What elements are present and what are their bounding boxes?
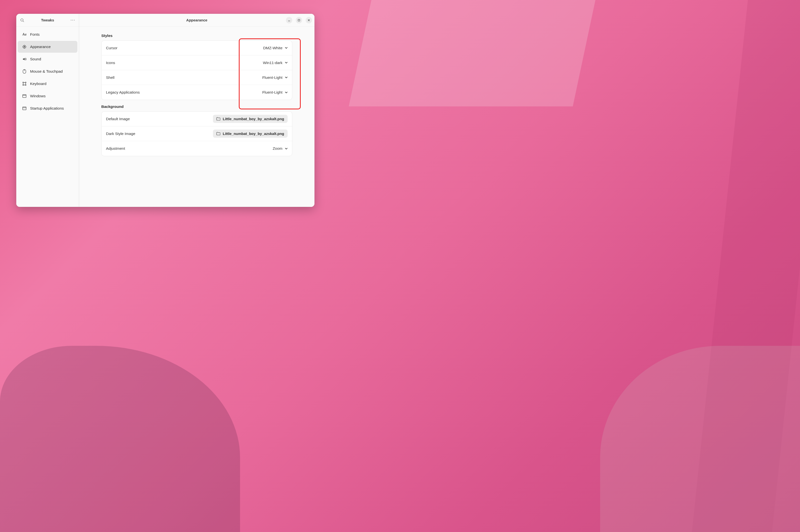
styles-group: Cursor DMZ-White Icons Win11-dark Shell (101, 40, 292, 100)
sidebar-item-label: Appearance (30, 44, 51, 49)
window-controls (286, 17, 312, 23)
file-name: Little_numbat_boy_by_azskalt.png (223, 132, 284, 136)
app-title: Tweaks (26, 18, 70, 22)
sidebar-item-fonts[interactable]: Aa Fonts (18, 28, 77, 40)
svg-line-1 (23, 21, 24, 22)
row-label: Dark Style Image (106, 132, 135, 136)
svg-rect-19 (298, 19, 300, 21)
row-adjustment: Adjustment Zoom (101, 141, 292, 156)
dropdown-value: Fluent-Light (262, 90, 282, 95)
content-pane: Appearance Styles Cursor (79, 14, 315, 207)
minimize-icon (288, 19, 290, 21)
dark-image-picker[interactable]: Little_numbat_boy_by_azskalt.png (213, 130, 287, 138)
sidebar-item-label: Windows (30, 94, 45, 98)
sidebar-item-label: Sound (30, 57, 41, 61)
row-default-image: Default Image Little_numbat_boy_by_azska… (101, 112, 292, 126)
maximize-icon (298, 19, 300, 21)
search-button[interactable] (19, 17, 26, 24)
fonts-icon: Aa (22, 32, 26, 37)
row-cursor: Cursor DMZ-White (101, 41, 292, 55)
svg-rect-16 (23, 107, 26, 110)
svg-point-12 (23, 84, 24, 86)
search-icon (20, 18, 24, 22)
wallpaper-shape (349, 0, 595, 107)
minimize-button[interactable] (286, 17, 292, 23)
dropdown-value: Fluent-Light (262, 75, 282, 80)
file-name: Little_numbat_boy_by_azskalt.png (223, 117, 284, 121)
close-button[interactable] (305, 17, 312, 23)
svg-point-0 (21, 19, 23, 21)
chevron-down-icon (285, 47, 287, 49)
sidebar-item-sound[interactable]: Sound (18, 53, 77, 65)
dots-icon: ··· (71, 18, 75, 22)
keyboard-icon (22, 81, 26, 86)
page-title: Appearance (186, 18, 207, 22)
default-image-picker[interactable]: Little_numbat_boy_by_azskalt.png (213, 115, 287, 123)
dropdown-value: Zoom (273, 146, 282, 151)
legacy-apps-dropdown[interactable]: Fluent-Light (262, 90, 287, 95)
row-label: Shell (106, 75, 114, 80)
wallpaper-shape (0, 346, 240, 532)
sound-icon (22, 57, 26, 61)
sidebar: Tweaks ··· Aa Fonts Appearance Sound (16, 14, 79, 207)
chevron-down-icon (285, 77, 287, 78)
appearance-icon (22, 44, 26, 49)
startup-apps-icon (22, 106, 26, 111)
svg-point-11 (25, 82, 26, 83)
chevron-down-icon (285, 92, 287, 93)
row-label: Legacy Applications (106, 90, 140, 95)
chevron-down-icon (285, 62, 287, 63)
sidebar-item-windows[interactable]: Windows (18, 90, 77, 102)
maximize-button[interactable] (296, 17, 302, 23)
row-shell: Shell Fluent-Light (101, 70, 292, 85)
row-legacy-applications: Legacy Applications Fluent-Light (101, 85, 292, 100)
more-button[interactable]: ··· (70, 17, 76, 24)
tweaks-window: Tweaks ··· Aa Fonts Appearance Sound (16, 14, 315, 207)
svg-point-10 (23, 82, 24, 83)
sidebar-nav: Aa Fonts Appearance Sound Mouse & Touch (16, 26, 79, 116)
close-icon (308, 19, 310, 21)
dropdown-value: DMZ-White (263, 46, 282, 50)
section-heading-styles: Styles (101, 34, 292, 38)
sidebar-item-startup-apps[interactable]: Startup Applications (18, 102, 77, 114)
row-icons: Icons Win11-dark (101, 55, 292, 70)
sidebar-header: Tweaks ··· (16, 14, 79, 26)
sidebar-item-mouse-touchpad[interactable]: Mouse & Touchpad (18, 65, 77, 77)
row-label: Default Image (106, 117, 130, 121)
sidebar-item-label: Keyboard (30, 81, 46, 86)
row-label: Cursor (106, 46, 117, 50)
wallpaper-shape (600, 346, 800, 532)
row-label: Icons (106, 61, 115, 65)
svg-rect-14 (23, 95, 26, 97)
sidebar-item-label: Mouse & Touchpad (30, 69, 62, 74)
content-header: Appearance (79, 14, 315, 26)
mouse-icon (22, 69, 26, 74)
windows-icon (22, 94, 26, 98)
icons-dropdown[interactable]: Win11-dark (263, 61, 287, 65)
svg-point-3 (24, 46, 25, 47)
cursor-dropdown[interactable]: DMZ-White (263, 46, 287, 50)
row-dark-style-image: Dark Style Image Little_numbat_boy_by_az… (101, 126, 292, 141)
folder-icon (217, 132, 220, 135)
sidebar-item-label: Fonts (30, 32, 40, 37)
svg-point-13 (25, 84, 26, 86)
row-label: Adjustment (106, 146, 125, 151)
sidebar-item-appearance[interactable]: Appearance (18, 41, 77, 53)
background-group: Default Image Little_numbat_boy_by_azska… (101, 111, 292, 156)
section-heading-background: Background (101, 104, 292, 109)
shell-dropdown[interactable]: Fluent-Light (262, 75, 287, 80)
dropdown-value: Win11-dark (263, 61, 282, 65)
sidebar-item-label: Startup Applications (30, 106, 64, 111)
folder-icon (217, 117, 220, 120)
adjustment-dropdown[interactable]: Zoom (273, 146, 287, 151)
content-body: Styles Cursor DMZ-White Icons Win11-dark (79, 26, 315, 207)
chevron-down-icon (285, 148, 287, 150)
sidebar-item-keyboard[interactable]: Keyboard (18, 78, 77, 90)
